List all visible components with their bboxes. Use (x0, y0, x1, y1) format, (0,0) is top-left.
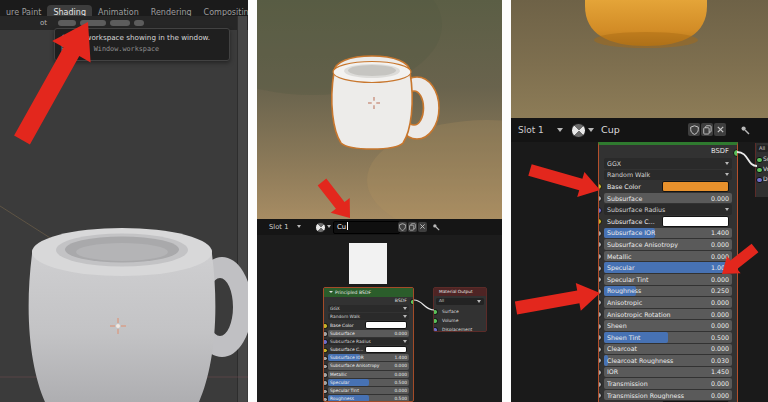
node-row-base-color[interactable]: Base Color (604, 181, 732, 192)
white-mug-3d-object[interactable] (257, 0, 502, 219)
orange-mug-3d-object[interactable] (511, 0, 768, 118)
green-socket-icon[interactable] (433, 309, 438, 315)
output-socket-displacement[interactable]: Displacement (434, 325, 486, 333)
node-row-subsurface-radius[interactable]: Subsurface Radius (328, 338, 409, 345)
gray-socket-icon[interactable] (599, 195, 602, 202)
node-row-transmission[interactable]: Transmission0.000 (604, 378, 732, 389)
shader-node-editor[interactable]: BSDF GGXRandom WalkBase ColorSubsurface0… (511, 142, 768, 402)
node-row-subsurface[interactable]: Subsurface0.000 (604, 193, 732, 204)
gray-socket-icon[interactable] (599, 311, 602, 318)
output-target-dropdown[interactable]: All (436, 298, 484, 305)
principled-bsdf-node-zoomed[interactable]: BSDF GGXRandom WalkBase ColorSubsurface0… (598, 142, 738, 402)
node-row-random-walk[interactable]: Random Walk (604, 170, 732, 181)
node-row-subsurface-ior[interactable]: Subsurface IOR1.400 (604, 228, 732, 239)
node-row-random-walk[interactable]: Random Walk (328, 313, 409, 320)
chevron-down-icon[interactable] (297, 225, 301, 228)
node-row-subsurface-anisotropy[interactable]: Subsurface Anisotropy0.000 (604, 239, 732, 250)
node-row-specular-tint[interactable]: Specular Tint0.000 (604, 274, 732, 285)
gray-socket-icon[interactable] (599, 357, 602, 364)
output-socket-displacement[interactable]: Displacement (756, 174, 768, 184)
color-swatch[interactable] (662, 181, 729, 192)
node-row-ggx[interactable]: GGX (604, 158, 732, 169)
gray-socket-icon[interactable] (599, 265, 602, 272)
fake-user-shield-icon[interactable] (688, 123, 700, 136)
gray-socket-icon[interactable] (599, 369, 602, 376)
node-row-specular-tint[interactable]: Specular Tint0.000 (328, 387, 409, 394)
node-row-sheen[interactable]: Sheen0.000 (604, 320, 732, 331)
principled-bsdf-node[interactable]: Principled BSDF BSDF GGXRandom WalkBase … (323, 287, 414, 402)
node-row-roughness[interactable]: Roughness0.500 (328, 395, 409, 402)
node-row-subsurface[interactable]: Subsurface0.000 (328, 330, 409, 337)
slot-selector[interactable]: Slot 1 (518, 125, 544, 135)
chevron-down-icon[interactable] (327, 225, 331, 228)
gray-socket-icon[interactable] (599, 381, 602, 388)
node-row-metallic[interactable]: Metallic0.000 (604, 251, 732, 262)
output-target-dropdown[interactable]: All (757, 145, 768, 152)
close-icon[interactable] (418, 222, 427, 232)
gray-socket-icon[interactable] (324, 380, 328, 386)
green-socket-icon[interactable] (756, 167, 763, 174)
purple-socket-icon[interactable] (324, 339, 328, 345)
output-socket-surface[interactable]: Surface (434, 307, 486, 316)
node-row-ior[interactable]: IOR1.450 (604, 367, 732, 378)
gray-socket-icon[interactable] (599, 346, 602, 353)
purple-socket-icon[interactable] (433, 327, 438, 332)
gray-socket-icon[interactable] (599, 392, 602, 399)
node-row-subsurface-c-[interactable]: Subsurface C... (604, 216, 732, 227)
purple-socket-icon[interactable] (599, 207, 602, 214)
material-output-node-partial[interactable]: All SurfaceVolumeDisplacement (755, 143, 768, 197)
node-row-anisotropic-rotation[interactable]: Anisotropic Rotation0.000 (604, 309, 732, 320)
gray-socket-icon[interactable] (599, 230, 602, 237)
node-row-anisotropic[interactable]: Anisotropic0.000 (604, 297, 732, 308)
node-row-clearcoat[interactable]: Clearcoat0.000 (604, 344, 732, 355)
gray-socket-icon[interactable] (599, 334, 602, 341)
chevron-down-icon[interactable] (557, 128, 563, 132)
gray-socket-icon[interactable] (599, 241, 602, 248)
material-name-input[interactable]: Cup (601, 124, 620, 135)
output-socket-volume[interactable]: Volume (756, 164, 768, 174)
node-row-subsurface-c-[interactable]: Subsurface C... (328, 346, 409, 353)
node-row-base-color[interactable]: Base Color (328, 321, 409, 328)
copy-icon[interactable] (701, 123, 713, 136)
gray-socket-icon[interactable] (599, 299, 602, 306)
copy-icon[interactable] (408, 222, 417, 232)
gray-socket-icon[interactable] (324, 364, 328, 370)
slot-selector[interactable]: Slot 1 (269, 223, 289, 231)
output-socket-surface[interactable]: Surface (756, 154, 768, 164)
node-row-specular[interactable]: Specular1.000 (604, 262, 732, 273)
shader-node-editor[interactable]: Principled BSDF BSDF GGXRandom WalkBase … (257, 235, 502, 402)
node-header[interactable]: Principled BSDF (324, 288, 413, 297)
yellow-socket-icon[interactable] (599, 183, 602, 190)
gray-socket-icon[interactable] (324, 372, 328, 378)
node-row-sheen-tint[interactable]: Sheen Tint0.500 (604, 332, 732, 343)
yellow-socket-icon[interactable] (324, 323, 328, 329)
pin-icon[interactable] (431, 222, 440, 232)
material-sphere-icon[interactable] (571, 123, 586, 138)
gray-socket-icon[interactable] (324, 397, 328, 402)
node-row-subsurface-ior[interactable]: Subsurface IOR1.400 (328, 354, 409, 361)
chevron-down-icon[interactable] (588, 128, 594, 132)
gray-socket-icon[interactable] (599, 288, 602, 295)
material-output-node[interactable]: Material Output All SurfaceVolumeDisplac… (433, 287, 487, 332)
color-swatch[interactable] (365, 346, 407, 353)
node-row-specular[interactable]: Specular0.500 (328, 379, 409, 386)
node-row-roughness[interactable]: Roughness0.250 (604, 286, 732, 297)
shading-viewport[interactable] (257, 0, 502, 219)
node-row-transmission-roughness[interactable]: Transmission Roughness0.000 (604, 390, 732, 401)
node-row-ggx[interactable]: GGX (328, 305, 409, 312)
shader-socket-icon[interactable] (410, 299, 415, 305)
node-row-metallic[interactable]: Metallic0.000 (328, 371, 409, 378)
color-swatch[interactable] (662, 216, 729, 227)
node-row-subsurface-anisotropy[interactable]: Subsurface Anisotropy0.000 (328, 362, 409, 369)
fake-user-shield-icon[interactable] (398, 222, 407, 232)
gray-socket-icon[interactable] (599, 276, 602, 283)
material-sphere-icon[interactable] (315, 222, 326, 233)
green-socket-icon[interactable] (756, 157, 763, 164)
gray-socket-icon[interactable] (324, 331, 328, 337)
output-socket-volume[interactable]: Volume (434, 316, 486, 325)
pin-icon[interactable] (739, 123, 751, 136)
node-row-clearcoat-roughness[interactable]: Clearcoat Roughness0.030 (604, 355, 732, 366)
collapse-icon[interactable] (329, 291, 333, 293)
bsdf-output-socket-row[interactable]: BSDF (324, 297, 413, 305)
yellow-socket-icon[interactable] (599, 218, 602, 225)
